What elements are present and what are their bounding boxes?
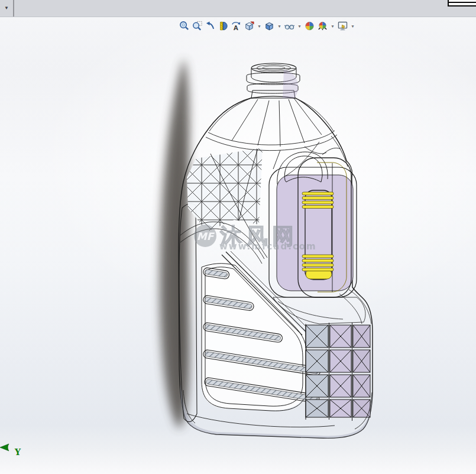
watermark-logo-text: MF <box>197 230 215 242</box>
annotation-views-icon: A <box>231 20 242 32</box>
hide-show-items-button[interactable] <box>283 20 296 33</box>
y-axis-label: Y <box>14 447 21 457</box>
zoom-to-fit-button[interactable] <box>178 20 190 33</box>
section-view-icon <box>218 20 229 32</box>
flyout-window-edge <box>449 2 476 3</box>
watermark-url: www.mfcad.com <box>219 241 317 252</box>
zoom-area-icon <box>192 20 203 32</box>
section-view-button[interactable] <box>217 20 229 33</box>
dropdown-arrow-icon: ▼ <box>4 6 9 11</box>
display-style-icon <box>264 20 275 32</box>
heads-up-toolbar: A▾▾▾▾▾ <box>178 19 356 33</box>
display-style-dropdown-arrow-icon[interactable]: ▾ <box>276 20 283 33</box>
orientation-triad: Y <box>0 444 21 457</box>
apply-scene-dropdown-arrow-icon[interactable]: ▾ <box>329 20 336 33</box>
view-orientation-icon <box>244 20 255 32</box>
zoom-to-area-button[interactable] <box>191 20 203 33</box>
apply-scene-icon <box>317 20 328 32</box>
display-style-button[interactable] <box>263 20 276 33</box>
previous-view-icon <box>205 20 216 32</box>
view-settings-dropdown-arrow-icon[interactable]: ▾ <box>349 20 356 33</box>
flyout-window-stub <box>448 0 476 7</box>
annotation-views-button[interactable]: A <box>230 20 242 33</box>
hide-show-icon <box>284 20 295 32</box>
toolbar-options-button[interactable]: ▼ <box>0 0 14 17</box>
bottle-neck[interactable] <box>247 63 300 98</box>
y-axis-arrow-icon <box>0 444 9 451</box>
toolbar-strip: ▼ <box>0 0 476 17</box>
view-orientation-button[interactable] <box>243 20 255 33</box>
view-settings-button[interactable] <box>336 20 349 33</box>
hide-show-items-dropdown-arrow-icon[interactable]: ▾ <box>296 20 303 33</box>
apply-scene-button[interactable] <box>316 20 329 33</box>
cast-shadow <box>160 58 189 429</box>
solidworks-window: MF 沐风网 www.mfcad.com Y ▼ A▾▾▾▾▾ <box>0 0 476 474</box>
previous-view-button[interactable] <box>204 20 216 33</box>
side-grid-panel[interactable] <box>306 323 370 421</box>
svg-text:A: A <box>234 24 238 31</box>
view-settings-icon <box>337 20 348 32</box>
zoom-fit-icon <box>179 20 190 32</box>
view-orientation-dropdown-arrow-icon[interactable]: ▾ <box>256 20 263 33</box>
graphics-viewport[interactable]: MF 沐风网 www.mfcad.com Y <box>0 0 476 474</box>
edit-appearance-icon <box>304 20 315 32</box>
edit-appearance-button[interactable] <box>303 20 316 33</box>
shoulder-grid-panel[interactable] <box>187 148 263 232</box>
